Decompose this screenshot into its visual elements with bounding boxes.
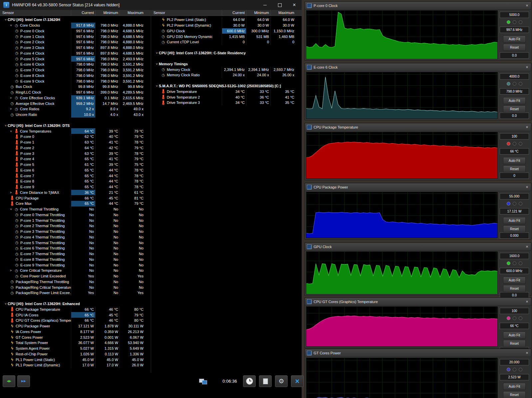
sensor-row[interactable]: ◷E-core 6 Clock798.0 MHz798.0 MHz3,591.2… xyxy=(0,62,151,67)
graph-title-bar[interactable]: CPU GT Cores (Graphics) Temperature xyxy=(305,298,531,306)
swap-columns-button[interactable] xyxy=(3,375,15,387)
sensor-row[interactable]: ◷P-core 2 Thermal ThrottlingNoNoNo xyxy=(0,223,151,229)
sensor-row[interactable]: >◷Core Ratios9.2 x8.0 x49.0 x xyxy=(0,106,151,112)
sensor-row[interactable]: ◷P-core 3 Clock997.6 MHz897.8 MHz4,888.0… xyxy=(0,45,151,51)
sensor-row[interactable]: ◷P-core 4 Clock997.6 MHz897.8 MHz4,688.5… xyxy=(0,51,151,56)
sensor-row[interactable]: ◷Average Effective Clock959.2 MHz14.7 MH… xyxy=(0,101,151,106)
auto-fit-button[interactable]: Auto Fit xyxy=(503,217,526,224)
sensor-row[interactable]: ◷Uncore Ratio10.0 x4.0 x43.0 x xyxy=(0,112,151,118)
style-dot[interactable] xyxy=(519,368,522,371)
section-header[interactable]: >CPU [#0]: Intel Core i7-13620H: C-State… xyxy=(151,50,302,56)
sensor-row[interactable]: ◷Package/Ring Thermal ThrottlingNoNoNo xyxy=(0,279,151,285)
sensor-row[interactable]: ◷P-core 3 Thermal ThrottlingNoNoNo xyxy=(0,229,151,234)
sensor-row[interactable]: CPU Package66 °C45 °C81 °C xyxy=(0,195,151,201)
sensor-row[interactable]: P-core 363 °C39 °C78 °C xyxy=(0,151,151,156)
style-dot[interactable] xyxy=(519,202,522,205)
clock-button[interactable] xyxy=(243,375,256,387)
close-button[interactable] xyxy=(287,0,302,10)
sensor-row[interactable]: ϟPL1 Power Limit (Dynamic)17.0 W17.0 W26… xyxy=(0,362,151,368)
sensor-row[interactable]: ϟGT Cores Power2.523 W0.001 W6.067 W xyxy=(0,334,151,340)
chevron-right-icon[interactable]: > xyxy=(9,96,13,100)
style-dot[interactable] xyxy=(513,82,516,86)
reset-button[interactable]: Reset xyxy=(503,225,526,232)
sensor-row[interactable]: ◷Memory Clock Ratio24.00 x24.00 x26.00 x xyxy=(151,72,302,78)
auto-fit-button[interactable]: Auto Fit xyxy=(503,97,526,104)
sensor-row[interactable]: ◷Core Power Limit ExceededYesNoYes xyxy=(0,273,151,279)
column-header-current[interactable]: Current xyxy=(71,10,95,16)
sensor-row[interactable]: ◷E-core 6 Thermal ThrottlingNoNoNo xyxy=(0,245,151,251)
dual-monitor-icon[interactable] xyxy=(199,378,208,384)
settings-button[interactable] xyxy=(275,375,288,387)
sensor-row[interactable]: ◷Package/Ring Critical TemperatureNoNoNo xyxy=(0,284,151,290)
sensor-row[interactable]: ϟTotal System Power36.077 W4.666 W53.940… xyxy=(0,340,151,346)
chevron-down-icon[interactable]: > xyxy=(4,302,7,306)
reset-button[interactable]: Reset xyxy=(503,106,526,113)
sensor-row[interactable]: >Core Distance to TjMAX36 °C21 °C61 °C xyxy=(0,190,151,196)
style-dot[interactable] xyxy=(519,261,522,265)
series-color-dot[interactable] xyxy=(507,368,510,371)
column-header-sensor[interactable]: Sensor xyxy=(151,10,222,16)
minimize-button[interactable] xyxy=(258,0,272,10)
sensor-row[interactable]: >◷Core Critical TemperatureNoNoNo xyxy=(0,268,151,273)
close-icon[interactable] xyxy=(524,350,530,355)
sensor-row[interactable]: ◷E-core 9 Clock798.0 MHz798.0 MHz3,591.2… xyxy=(0,78,151,84)
style-dot[interactable] xyxy=(513,316,516,320)
chevron-down-icon[interactable]: > xyxy=(9,129,13,133)
column-header-maximum[interactable]: Maximum xyxy=(120,10,145,16)
sensor-row[interactable]: ◷Memory Clock2,394.1 MHz2,394.1 MHz2,593… xyxy=(151,67,302,72)
chevron-right-icon[interactable]: > xyxy=(9,191,13,194)
title-bar[interactable]: HWiNFO® 64 v8.30-5800 Sensor Status [214… xyxy=(0,0,302,10)
chevron-down-icon[interactable]: > xyxy=(155,51,158,55)
reset-button[interactable]: Reset xyxy=(503,340,526,347)
close-icon[interactable] xyxy=(524,185,530,190)
style-dot[interactable] xyxy=(513,202,516,205)
section-header[interactable]: >Memory Timings xyxy=(151,61,302,67)
style-dot[interactable] xyxy=(513,368,516,371)
next-page-button[interactable] xyxy=(17,375,30,387)
chevron-down-icon[interactable]: > xyxy=(155,84,158,88)
chevron-down-icon[interactable]: > xyxy=(4,18,7,22)
auto-fit-button[interactable]: Auto Fit xyxy=(503,157,526,164)
sensor-row[interactable]: ◷Bus Clock99.8 MHz99.8 MHz99.8 MHz xyxy=(0,84,151,90)
chevron-down-icon[interactable]: > xyxy=(155,62,158,66)
style-dot[interactable] xyxy=(519,142,522,146)
sensor-row[interactable]: ◷Ring/LLC Clock997.6 MHz399.0 MHz4,289.5… xyxy=(0,90,151,95)
series-color-dot[interactable] xyxy=(507,202,510,205)
sensor-row[interactable]: Drive Temperature34 °C33 °C35 °C xyxy=(151,89,302,95)
sensor-row[interactable]: E-core 665 °C44 °C78 °C xyxy=(0,168,151,173)
sensor-row[interactable]: E-core 965 °C44 °C78 °C xyxy=(0,184,151,190)
style-dot[interactable] xyxy=(513,261,516,265)
sensor-row[interactable]: E-core 865 °C44 °C78 °C xyxy=(0,179,151,184)
graph-title-bar[interactable]: GPU Clock xyxy=(305,243,531,251)
chevron-right-icon[interactable]: > xyxy=(9,269,13,272)
chevron-down-icon[interactable]: > xyxy=(9,23,13,28)
style-dot[interactable] xyxy=(519,316,522,320)
style-dot[interactable] xyxy=(513,20,516,24)
graph-title-bar[interactable]: E-core 6 Clock xyxy=(305,63,531,71)
sensor-row[interactable]: ◷E-core 8 Clock798.0 MHz798.0 MHz3,591.2… xyxy=(0,73,151,79)
sensor-row[interactable]: CPU IA Cores65 °C45 °C79 °C xyxy=(0,312,151,318)
close-icon[interactable] xyxy=(524,244,530,249)
sensor-row[interactable]: ϟSystem Agent Power5.027 W1.315 W5.649 W xyxy=(0,346,151,351)
sensor-row[interactable]: ◷P-core 0 Thermal ThrottlingNoNoNo xyxy=(0,212,151,218)
series-color-dot[interactable] xyxy=(507,316,510,320)
series-color-dot[interactable] xyxy=(507,20,510,24)
reset-button[interactable]: Reset xyxy=(503,44,526,51)
series-color-dot[interactable] xyxy=(507,142,510,146)
sensor-row[interactable]: ◷Package/Ring Power Limit Excee…YesNoYes xyxy=(0,290,151,296)
sensor-row[interactable]: ◷E-core 7 Clock798.0 MHz798.0 MHz3,591.2… xyxy=(0,67,151,73)
sensor-row[interactable]: Core Max65 °C44 °C79 °C xyxy=(0,201,151,206)
sensor-row[interactable]: ϟRest-of-Chip Power1.026 W0.113 W1.336 W xyxy=(0,351,151,357)
auto-fit-button[interactable]: Auto Fit xyxy=(503,383,526,390)
column-header-current[interactable]: Current xyxy=(222,10,246,16)
graph-title-bar[interactable]: CPU Package Power xyxy=(305,183,531,191)
sensor-row[interactable]: P-core 062 °C40 °C79 °C xyxy=(0,134,151,140)
chevron-right-icon[interactable]: > xyxy=(9,107,13,111)
close-icon[interactable] xyxy=(524,65,530,70)
chevron-down-icon[interactable]: > xyxy=(9,207,13,211)
sensor-row[interactable]: >◷Core Thermal ThrottlingNoNoNo xyxy=(0,206,151,212)
sensor-row[interactable]: Drive Temperature 240 °C36 °C41 °C xyxy=(151,94,302,100)
auto-fit-button[interactable]: Auto Fit xyxy=(503,36,526,43)
sensor-row[interactable]: ◷P-core 1 Clock997.6 MHz798.0 MHz4,688.5… xyxy=(0,34,151,39)
style-dot[interactable] xyxy=(513,142,516,146)
